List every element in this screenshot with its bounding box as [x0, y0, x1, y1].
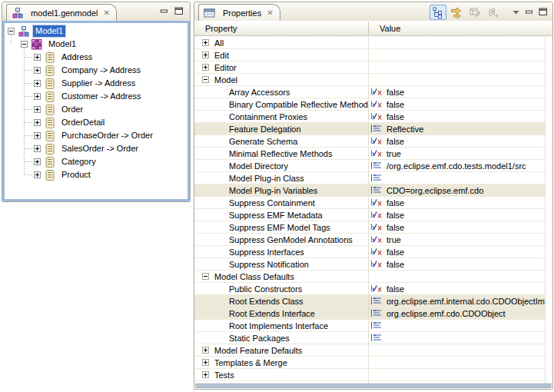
- value-cell[interactable]: true: [368, 234, 552, 245]
- row-expander[interactable]: [202, 64, 209, 71]
- property-row[interactable]: Suppress Notificationfalse: [194, 258, 552, 271]
- tree-item-label[interactable]: Model1: [33, 25, 65, 37]
- vertical-scrollbar[interactable]: [545, 37, 552, 384]
- close-icon[interactable]: ✕: [267, 9, 273, 17]
- category-row[interactable]: Editor: [194, 61, 552, 74]
- property-row[interactable]: Suppress Containmentfalse: [194, 197, 552, 209]
- value-cell[interactable]: [368, 332, 552, 344]
- category-row[interactable]: All: [194, 37, 552, 49]
- column-header-value[interactable]: Value: [368, 22, 552, 35]
- tree-expander[interactable]: [34, 171, 41, 178]
- value-cell[interactable]: false: [368, 246, 552, 257]
- property-row[interactable]: Binary Compatible Reflective Methodsfals…: [194, 98, 552, 111]
- tree-expander[interactable]: [34, 54, 41, 61]
- show-categories-button[interactable]: [430, 5, 446, 20]
- category-row[interactable]: Model Class Defaults: [194, 271, 552, 283]
- tree-item-label[interactable]: PurchaseOrder -> Order: [59, 130, 155, 141]
- value-cell[interactable]: Reflective: [368, 123, 552, 135]
- value-cell[interactable]: false: [368, 98, 552, 110]
- value-cell[interactable]: [368, 344, 552, 356]
- row-expander[interactable]: [202, 51, 209, 58]
- maximize-button[interactable]: [537, 5, 549, 20]
- category-row[interactable]: Templates & Merge: [194, 357, 552, 369]
- property-row[interactable]: Root Extends Interfaceorg.eclipse.emf.cd…: [194, 307, 552, 320]
- tree-item-label[interactable]: Supplier -> Address: [59, 78, 138, 89]
- tree-item-label[interactable]: Model1: [46, 38, 78, 50]
- value-cell[interactable]: false: [368, 86, 552, 98]
- tree-item-label[interactable]: Order: [59, 104, 85, 115]
- property-row[interactable]: Containment Proxiesfalse: [194, 111, 552, 123]
- value-cell[interactable]: [368, 320, 552, 331]
- property-row[interactable]: Model Plug-in VariablesCDO=org.eclipse.e…: [194, 184, 552, 197]
- tree-expander[interactable]: [34, 158, 41, 165]
- tree-expander[interactable]: [34, 80, 41, 87]
- property-row[interactable]: Root Implements Interface: [194, 320, 552, 332]
- value-cell[interactable]: [368, 172, 552, 184]
- tree-item-label[interactable]: OrderDetail: [59, 117, 107, 128]
- show-advanced-properties-button[interactable]: [448, 5, 465, 20]
- row-expander[interactable]: [202, 39, 209, 46]
- value-cell[interactable]: /org.eclipse.emf.cdo.tests.model1/src: [368, 160, 552, 171]
- category-row[interactable]: Tests: [194, 369, 552, 381]
- tree-item-label[interactable]: Company -> Address: [59, 65, 143, 76]
- row-expander[interactable]: [202, 359, 209, 366]
- property-row[interactable]: Suppress GenModel Annotationstrue: [194, 234, 552, 246]
- value-cell[interactable]: [368, 61, 552, 73]
- value-cell[interactable]: [368, 357, 552, 368]
- property-row[interactable]: Feature DelegationReflective: [194, 123, 552, 135]
- value-cell[interactable]: false: [368, 283, 552, 294]
- tree-item-label[interactable]: SalesOrder -> Order: [59, 143, 141, 154]
- value-cell[interactable]: true: [368, 148, 552, 159]
- value-cell[interactable]: [368, 271, 552, 282]
- close-icon[interactable]: ✕: [103, 9, 109, 17]
- property-row[interactable]: Model Plug-in Class: [194, 172, 552, 184]
- row-expander[interactable]: [202, 371, 209, 378]
- category-row[interactable]: Model: [194, 74, 552, 86]
- minimize-button[interactable]: [523, 5, 536, 20]
- category-row[interactable]: Edit: [194, 49, 552, 61]
- value-cell[interactable]: false: [368, 135, 552, 147]
- property-row[interactable]: Public Constructorsfalse: [194, 283, 552, 295]
- value-cell[interactable]: false: [368, 221, 552, 233]
- value-cell[interactable]: [368, 369, 552, 380]
- value-cell[interactable]: false: [368, 209, 552, 221]
- tree-expander[interactable]: [34, 106, 41, 113]
- property-row[interactable]: Model Directory/org.eclipse.emf.cdo.test…: [194, 160, 552, 172]
- property-row[interactable]: Suppress EMF Metadatafalse: [194, 209, 552, 221]
- tree-expander[interactable]: [34, 93, 41, 100]
- property-row[interactable]: Static Packages: [194, 332, 552, 344]
- tree-item[interactable]: Model1: [5, 25, 187, 38]
- property-row[interactable]: Array Accessorsfalse: [194, 86, 552, 98]
- property-row[interactable]: Suppress EMF Model Tagsfalse: [194, 221, 552, 234]
- tree-expander[interactable]: [34, 119, 41, 126]
- property-row[interactable]: Generate Schemafalse: [194, 135, 552, 148]
- tree-item-label[interactable]: Address: [59, 51, 95, 63]
- tree-item-label[interactable]: Category: [59, 156, 98, 168]
- editor-tab[interactable]: model1.genmodel ✕: [6, 4, 117, 21]
- value-cell[interactable]: org.eclipse.emf.internal.cdo.CDOObjectIm…: [368, 295, 552, 307]
- maximize-icon[interactable]: [174, 7, 184, 15]
- value-cell[interactable]: CDO=org.eclipse.emf.cdo: [368, 184, 552, 196]
- properties-tab[interactable]: Properties ✕: [198, 4, 280, 21]
- value-cell[interactable]: false: [368, 111, 552, 122]
- column-header-property[interactable]: Property: [194, 22, 368, 35]
- tree-item[interactable]: Model1: [5, 38, 187, 51]
- tree-item-label[interactable]: Customer -> Address: [59, 91, 144, 102]
- property-row[interactable]: Root Extends Classorg.eclipse.emf.intern…: [194, 295, 552, 307]
- horizontal-scrollbar[interactable]: [195, 384, 552, 388]
- tree-item-label[interactable]: Product: [59, 169, 93, 181]
- row-expander[interactable]: [202, 273, 209, 280]
- category-row[interactable]: Model Feature Defaults: [194, 344, 552, 357]
- restore-default-value-button[interactable]: [466, 5, 483, 20]
- tree-expander[interactable]: [21, 41, 28, 48]
- value-cell[interactable]: [368, 49, 552, 61]
- tree-expander[interactable]: [34, 145, 41, 152]
- tree-expander[interactable]: [8, 28, 15, 35]
- property-row[interactable]: Suppress Interfacesfalse: [194, 246, 552, 258]
- column-divider[interactable]: [368, 37, 369, 384]
- value-cell[interactable]: org.eclipse.emf.cdo.CDOObject: [368, 307, 552, 319]
- value-cell[interactable]: false: [368, 197, 552, 208]
- property-row[interactable]: Minimal Reflective Methodstrue: [194, 148, 552, 160]
- tree-expander[interactable]: [34, 132, 41, 139]
- row-expander[interactable]: [202, 347, 209, 354]
